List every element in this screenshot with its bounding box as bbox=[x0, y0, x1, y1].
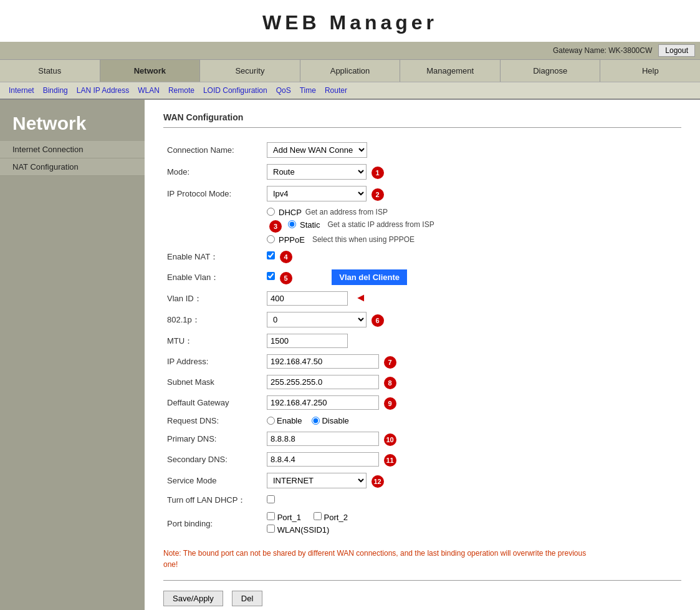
enable-nat-checkbox[interactable] bbox=[267, 251, 275, 259]
dhcp-desc: Get an address from ISP bbox=[305, 208, 388, 218]
badge-4: 4 bbox=[280, 251, 292, 263]
sidebar-item-internet[interactable]: Internet Connection bbox=[0, 141, 145, 158]
save-apply-button[interactable]: Save/Apply bbox=[163, 591, 223, 606]
main-nav: Status Network Security Application Mana… bbox=[0, 59, 700, 82]
ip-address-label: IP Address: bbox=[163, 351, 263, 372]
enable-nat-label: Enable NAT： bbox=[163, 248, 263, 266]
subnav-wlan[interactable]: WLAN bbox=[134, 85, 163, 96]
dhcp-label: DHCP bbox=[279, 208, 302, 217]
port2-checkbox[interactable] bbox=[314, 512, 322, 520]
ip-address-input[interactable] bbox=[267, 354, 379, 369]
connection-name-label: Connection Name: bbox=[163, 139, 263, 161]
sidebar-title: Network bbox=[0, 100, 145, 141]
port1-label: Port_1 bbox=[267, 512, 301, 522]
sidebar-item-nat[interactable]: NAT Configuration bbox=[0, 158, 145, 176]
ip-protocol-label: IP Protocol Mode: bbox=[163, 183, 263, 205]
badge-10: 10 bbox=[384, 433, 396, 446]
badge-5: 5 bbox=[280, 272, 292, 284]
vlan-id-label: Vlan ID： bbox=[163, 288, 263, 309]
ip-protocol-select[interactable]: Ipv4 bbox=[267, 186, 367, 201]
enable-vlan-label: Enable Vlan： bbox=[163, 266, 263, 288]
badge-8: 8 bbox=[384, 377, 396, 389]
static-desc: Get a static IP address from ISP bbox=[328, 220, 434, 230]
note-text: Note: The bound port can not be shared b… bbox=[163, 548, 587, 570]
turn-off-lan-label: Turn off LAN DHCP： bbox=[163, 491, 263, 509]
page-title: WEB Manager bbox=[0, 0, 700, 42]
dns-disable-radio[interactable] bbox=[312, 417, 320, 425]
logout-button[interactable]: Logout bbox=[658, 44, 695, 57]
subnav-lan-ip[interactable]: LAN IP Address bbox=[73, 85, 133, 96]
secondary-dns-input[interactable] bbox=[267, 452, 379, 467]
badge-7: 7 bbox=[384, 356, 396, 369]
dns-radio-group: Enable Disable bbox=[267, 416, 678, 425]
default-gateway-label: Deffault Gateway bbox=[163, 392, 263, 413]
enable-vlan-checkbox[interactable] bbox=[267, 272, 275, 280]
vlan-8021p-label: 802.1p： bbox=[163, 309, 263, 331]
vlan-tooltip: Vlan del Cliente bbox=[332, 269, 407, 285]
turn-off-lan-checkbox[interactable] bbox=[267, 495, 275, 503]
static-label: Static bbox=[300, 220, 320, 230]
wlan-checkbox[interactable] bbox=[267, 525, 275, 533]
primary-dns-label: Primary DNS: bbox=[163, 428, 263, 449]
ip-source-group: DHCP Get an address from ISP 3 Static Ge… bbox=[267, 208, 678, 244]
wan-form: Connection Name: Add New WAN Conne Mode:… bbox=[163, 139, 681, 538]
dns-enable-radio[interactable] bbox=[267, 417, 275, 425]
nav-management[interactable]: Management bbox=[400, 60, 501, 82]
bottom-divider bbox=[163, 580, 681, 581]
secondary-dns-label: Secondary DNS: bbox=[163, 449, 263, 470]
sub-nav: Internet Binding LAN IP Address WLAN Rem… bbox=[0, 82, 700, 100]
sidebar: Network Internet Connection NAT Configur… bbox=[0, 100, 145, 610]
pppoe-desc: Select this when using PPPOE bbox=[312, 235, 415, 245]
primary-dns-input[interactable] bbox=[267, 432, 379, 446]
nav-application[interactable]: Application bbox=[300, 60, 401, 82]
vlan-8021p-select[interactable]: 0 bbox=[267, 312, 367, 327]
nav-diagnose[interactable]: Diagnose bbox=[501, 60, 601, 82]
nav-security[interactable]: Security bbox=[200, 60, 300, 82]
badge-12: 12 bbox=[372, 475, 384, 488]
request-dns-label: Request DNS: bbox=[163, 413, 263, 428]
content-area: WAN Configuration Connection Name: Add N… bbox=[145, 100, 700, 610]
subnav-binding[interactable]: Binding bbox=[39, 85, 72, 96]
subnet-mask-label: Subnet Mask bbox=[163, 372, 263, 392]
vlan-id-input[interactable] bbox=[267, 291, 348, 306]
mtu-label: MTU： bbox=[163, 331, 263, 351]
top-bar: Gateway Name: WK-3800CW Logout bbox=[0, 42, 700, 59]
badge-11: 11 bbox=[384, 454, 396, 467]
subnet-mask-input[interactable] bbox=[267, 375, 379, 389]
badge-3: 3 bbox=[269, 220, 282, 233]
default-gateway-input[interactable] bbox=[267, 395, 379, 410]
connection-name-select[interactable]: Add New WAN Conne bbox=[267, 142, 367, 158]
wlan-label: WLAN(SSID1) bbox=[267, 525, 329, 535]
del-button[interactable]: Del bbox=[232, 591, 263, 606]
subnav-loid[interactable]: LOID Configuration bbox=[199, 85, 271, 96]
subnav-router[interactable]: Router bbox=[321, 85, 351, 96]
port-binding-label: Port binding: bbox=[163, 509, 263, 538]
port-binding-group: Port_1 Port_2 WLAN(SSID1) bbox=[267, 512, 678, 535]
badge-6: 6 bbox=[372, 314, 384, 327]
dns-disable-label: Disable bbox=[312, 416, 348, 425]
subnav-time[interactable]: Time bbox=[296, 85, 320, 96]
nav-status[interactable]: Status bbox=[0, 60, 100, 82]
pppoe-radio[interactable] bbox=[267, 235, 275, 243]
form-buttons: Save/Apply Del bbox=[163, 591, 681, 606]
badge-1: 1 bbox=[372, 167, 384, 179]
badge-9: 9 bbox=[384, 397, 396, 410]
gateway-name: Gateway Name: WK-3800CW bbox=[553, 46, 652, 55]
service-mode-select[interactable]: INTERNET bbox=[267, 473, 367, 488]
section-divider bbox=[163, 127, 681, 128]
dns-enable-label: Enable bbox=[267, 416, 302, 425]
port2-label: Port_2 bbox=[314, 512, 348, 522]
nav-network[interactable]: Network bbox=[100, 60, 201, 82]
mode-label: Mode: bbox=[163, 161, 263, 183]
mtu-input[interactable] bbox=[267, 334, 348, 348]
section-title: WAN Configuration bbox=[163, 112, 681, 122]
subnav-remote[interactable]: Remote bbox=[165, 85, 198, 96]
subnav-qos[interactable]: QoS bbox=[272, 85, 295, 96]
badge-2: 2 bbox=[372, 188, 384, 201]
static-radio[interactable] bbox=[288, 220, 296, 228]
port1-checkbox[interactable] bbox=[267, 512, 275, 520]
nav-help[interactable]: Help bbox=[600, 60, 700, 82]
dhcp-radio[interactable] bbox=[267, 208, 275, 216]
subnav-internet[interactable]: Internet bbox=[5, 85, 38, 96]
mode-select[interactable]: Route bbox=[267, 164, 367, 180]
